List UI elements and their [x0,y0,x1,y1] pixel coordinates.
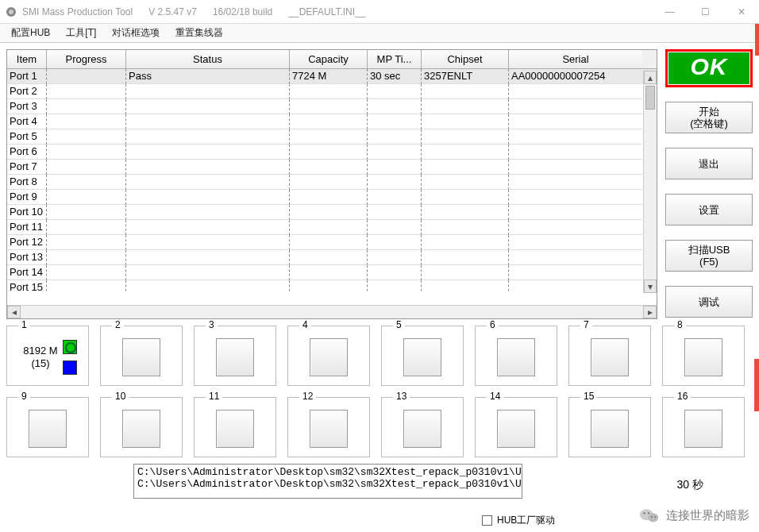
hub-driver-checkbox[interactable] [482,515,492,526]
cell-mptime [368,160,422,175]
cell-item: Port 13 [7,250,47,265]
table-row[interactable]: Port 11 [7,220,657,235]
scan-usb-button[interactable]: 扫描USB (F5) [665,240,753,272]
cell-chipset: 3257ENLT [422,69,509,84]
port-button[interactable] [684,338,722,376]
table-row[interactable]: Port 14 [7,265,657,280]
cell-chipset [422,99,509,114]
table-row[interactable]: Port 12 [7,235,657,250]
table-row[interactable]: Port 2 [7,84,657,99]
menu-tools[interactable]: 工具[T] [58,25,104,41]
cell-mptime [368,145,422,160]
port-slot-2: 2 [100,326,183,386]
cell-serial: AA00000000007254 [509,69,642,84]
port-number: 7 [580,319,592,330]
close-button[interactable]: ✕ [723,0,759,24]
port-button[interactable] [403,338,441,376]
table-row[interactable]: Port 4 [7,114,657,129]
port-button[interactable] [591,410,629,448]
table-body[interactable]: Port 1Pass7724 M30 sec3257ENLTAA00000000… [7,69,657,291]
port-number: 16 [674,391,691,402]
table-row[interactable]: Port 6 [7,145,657,160]
table-row[interactable]: Port 13 [7,250,657,265]
cell-serial [509,160,642,175]
cell-chipset [422,280,509,291]
title-version: V 2.5.47 v7 [148,6,197,17]
svg-point-1 [9,10,13,14]
port-button[interactable] [122,410,160,448]
ok-label: OK [668,52,749,84]
table-row[interactable]: Port 3 [7,99,657,114]
table-header: Item Progress Status Capacity MP Ti... C… [7,50,657,69]
cell-status [126,99,290,114]
cell-serial [509,84,642,99]
port-button[interactable] [29,410,67,448]
minimize-button[interactable]: — [652,0,688,24]
menu-dialog[interactable]: 对话框选项 [104,25,168,41]
table-row[interactable]: Port 10 [7,205,657,220]
table-row[interactable]: Port 5 [7,129,657,145]
cell-mptime [368,99,422,114]
port-slot-11: 11 [194,397,276,457]
port-button[interactable] [497,410,535,448]
exit-button[interactable]: 退出 [665,148,753,179]
port-button[interactable] [310,410,348,448]
red-accent-2 [754,359,759,411]
cell-capacity [290,280,368,291]
port-table[interactable]: Item Progress Status Capacity MP Ti... C… [6,49,657,319]
port-button[interactable] [122,338,160,376]
title-ini: __DEFAULT.INI__ [288,6,365,17]
cell-progress [47,280,126,291]
scan-label-2: (F5) [688,256,730,268]
header-chipset[interactable]: Chipset [422,50,509,68]
start-button[interactable]: 开始 (空格键) [665,102,753,133]
scroll-right-arrow[interactable]: ▸ [643,306,657,318]
scroll-down-arrow[interactable]: ▾ [644,279,657,293]
header-status[interactable]: Status [126,50,290,68]
port-number: 1 [18,319,30,330]
maximize-button[interactable]: ☐ [688,0,723,24]
cell-mptime [368,265,422,280]
cell-mptime [368,114,422,129]
scroll-left-arrow[interactable]: ◂ [7,306,21,318]
port-button[interactable] [216,338,254,376]
scroll-thumb[interactable] [645,86,655,110]
header-mptime[interactable]: MP Ti... [368,50,422,68]
port-number: 2 [112,319,124,330]
cell-status [126,280,290,291]
hub-driver-row: HUB工厂驱动 [482,514,555,527]
cell-chipset [422,175,509,190]
table-row[interactable]: Port 1Pass7724 M30 sec3257ENLTAA00000000… [7,69,657,84]
debug-button[interactable]: 调试 [665,286,753,318]
table-row[interactable]: Port 7 [7,160,657,175]
port-button[interactable] [403,410,441,448]
settings-button[interactable]: 设置 [665,194,753,226]
cell-capacity [290,235,368,250]
menu-hub[interactable]: 配置HUB [3,25,58,41]
cell-mptime [368,235,422,250]
port-button[interactable] [497,338,535,376]
cell-item: Port 4 [7,114,47,129]
horizontal-scrollbar[interactable]: ◂ ▸ [7,305,657,318]
table-row[interactable]: Port 9 [7,190,657,205]
port-button[interactable] [310,338,348,376]
header-progress[interactable]: Progress [47,50,126,68]
menu-reset[interactable]: 重置集线器 [168,25,231,41]
port-slot-14: 14 [475,397,557,457]
table-row[interactable]: Port 8 [7,175,657,190]
window-controls: — ☐ ✕ [652,0,759,24]
table-row[interactable]: Port 15 [7,280,657,291]
header-item[interactable]: Item [7,50,47,68]
log-output[interactable]: C:\Users\Administrator\Desktop\sm32\sm32… [133,464,522,499]
port-button[interactable] [216,410,254,448]
port-button[interactable] [591,338,629,376]
cell-serial [509,190,642,205]
scroll-up-arrow[interactable]: ▴ [644,71,657,84]
port-button[interactable] [684,410,722,448]
vertical-scrollbar[interactable]: ▴ ▾ [643,71,657,293]
port-slots: 18192 M(15)2345678910111213141516 [0,326,759,457]
cell-status [126,129,290,145]
led-green-icon [63,340,77,354]
header-serial[interactable]: Serial [509,50,642,68]
header-capacity[interactable]: Capacity [290,50,368,68]
